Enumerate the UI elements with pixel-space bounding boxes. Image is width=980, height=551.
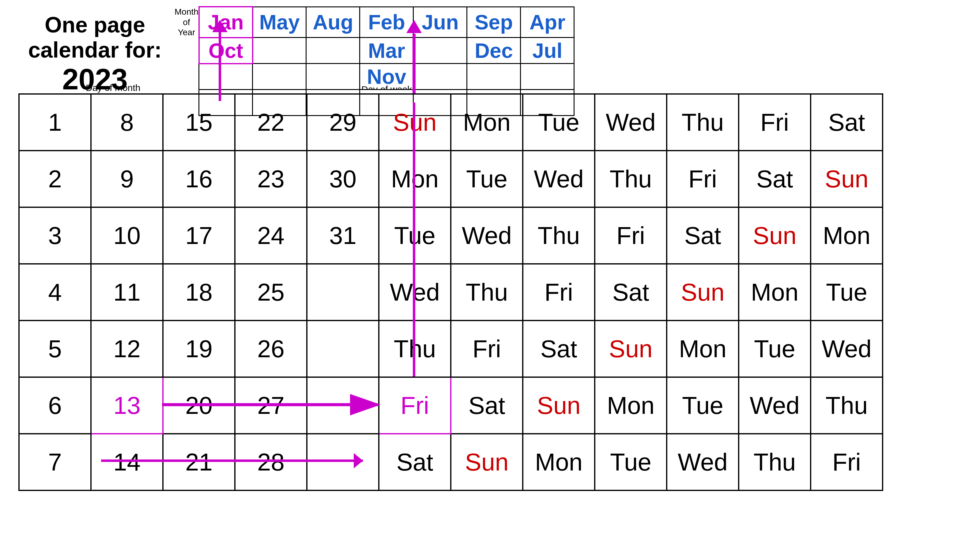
dow-fri-r2: Fri <box>667 151 739 207</box>
dow-tue-r5: Tue <box>739 321 811 377</box>
month-mar: Mar <box>360 38 414 64</box>
date-19: 19 <box>163 321 235 377</box>
date-17: 17 <box>163 207 235 264</box>
dow-wed-r6: Wed <box>739 377 811 434</box>
empty-r2c2 <box>253 38 306 64</box>
dow-mon-r7: Mon <box>523 434 595 491</box>
empty-r3c6 <box>467 64 520 90</box>
col-label-3 <box>175 64 199 90</box>
dow-thu-r6: Thu <box>811 377 883 434</box>
date-13-highlighted: 13 <box>91 377 163 434</box>
title-line1: One page calendar for: <box>18 12 172 62</box>
date-21: 21 <box>163 434 235 491</box>
dow-sun-r3: Sun <box>739 207 811 264</box>
dow-sat-r2: Sat <box>739 151 811 207</box>
date-empty-r6 <box>307 377 379 434</box>
dow-tue-r1: Tue <box>523 94 595 151</box>
dow-mon-r4: Mon <box>739 264 811 321</box>
month-year-label: MonthofYear <box>175 7 199 38</box>
dow-wed-r4: Wed <box>379 264 451 321</box>
date-11: 11 <box>91 264 163 321</box>
empty-r2c5 <box>414 38 467 64</box>
date-8: 8 <box>91 94 163 151</box>
dow-thu-r5: Thu <box>379 321 451 377</box>
dow-thu-r3: Thu <box>523 207 595 264</box>
date-empty-r4 <box>307 264 379 321</box>
date-5: 5 <box>19 321 91 377</box>
dow-fri-r4: Fri <box>523 264 595 321</box>
dow-wed-r5: Wed <box>811 321 883 377</box>
day-of-month-label: Day of month <box>86 83 140 93</box>
month-may: May <box>253 7 306 38</box>
dow-mon-r3: Mon <box>811 207 883 264</box>
date-1: 1 <box>19 94 91 151</box>
col-label-2 <box>175 38 199 64</box>
dow-tue-r3: Tue <box>379 207 451 264</box>
month-oct: Oct <box>199 38 253 64</box>
date-16: 16 <box>163 151 235 207</box>
empty-r3c3 <box>306 64 360 90</box>
month-feb: Feb <box>360 7 414 38</box>
dow-sun-r7: Sun <box>451 434 523 491</box>
month-apr: Apr <box>520 7 574 38</box>
dow-sun-r2: Sun <box>811 151 883 207</box>
dow-sat-r4: Sat <box>595 264 667 321</box>
month-nov: Nov <box>360 64 414 90</box>
empty-r3c2 <box>253 64 306 90</box>
date-14: 14 <box>91 434 163 491</box>
dow-wed-r7: Wed <box>667 434 739 491</box>
month-dec: Dec <box>467 38 520 64</box>
date-7: 7 <box>19 434 91 491</box>
dow-sat-r5: Sat <box>523 321 595 377</box>
table-row: 6 13 20 27 Fri Sat Sun Mon Tue Wed Thu <box>19 377 883 434</box>
empty-r3c7 <box>520 64 574 90</box>
date-26: 26 <box>235 321 307 377</box>
date-10: 10 <box>91 207 163 264</box>
date-29: 29 <box>307 94 379 151</box>
empty-r3c1 <box>199 64 253 90</box>
dow-fri-r5: Fri <box>451 321 523 377</box>
date-31: 31 <box>307 207 379 264</box>
dow-wed-r2: Wed <box>523 151 595 207</box>
dow-sun-r1: Sun <box>379 94 451 151</box>
dow-mon-r2: Mon <box>379 151 451 207</box>
date-2: 2 <box>19 151 91 207</box>
month-sep: Sep <box>467 7 520 38</box>
dow-thu-r2: Thu <box>595 151 667 207</box>
dow-fri-r1: Fri <box>739 94 811 151</box>
main-calendar-table: 1 8 15 22 29 Sun Mon Tue Wed Thu Fri Sat… <box>18 94 883 491</box>
table-row: 2 9 16 23 30 Mon Tue Wed Thu Fri Sat Sun <box>19 151 883 207</box>
table-row: 4 11 18 25 Wed Thu Fri Sat Sun Mon Tue <box>19 264 883 321</box>
date-4: 4 <box>19 264 91 321</box>
dow-sat-r1: Sat <box>811 94 883 151</box>
date-30: 30 <box>307 151 379 207</box>
month-aug: Aug <box>306 7 360 38</box>
date-22: 22 <box>235 94 307 151</box>
date-28: 28 <box>235 434 307 491</box>
table-row: 5 12 19 26 Thu Fri Sat Sun Mon Tue Wed <box>19 321 883 377</box>
dow-fri-r3: Fri <box>595 207 667 264</box>
dow-sun-r6: Sun <box>523 377 595 434</box>
month-jan: Jan <box>199 7 253 38</box>
date-27: 27 <box>235 377 307 434</box>
date-12: 12 <box>91 321 163 377</box>
date-24: 24 <box>235 207 307 264</box>
dow-sun-r5: Sun <box>595 321 667 377</box>
date-empty-r7 <box>307 434 379 491</box>
date-18: 18 <box>163 264 235 321</box>
date-23: 23 <box>235 151 307 207</box>
table-row: 7 14 21 28 Sat Sun Mon Tue Wed Thu Fri <box>19 434 883 491</box>
table-row: 1 8 15 22 29 Sun Mon Tue Wed Thu Fri Sat <box>19 94 883 151</box>
dow-mon-r5: Mon <box>667 321 739 377</box>
date-20: 20 <box>163 377 235 434</box>
dow-thu-r4: Thu <box>451 264 523 321</box>
month-jul: Jul <box>520 38 574 64</box>
date-15: 15 <box>163 94 235 151</box>
date-9: 9 <box>91 151 163 207</box>
dow-tue-r6: Tue <box>667 377 739 434</box>
dow-sat-r7: Sat <box>379 434 451 491</box>
dow-tue-r7: Tue <box>595 434 667 491</box>
dow-mon-r6: Mon <box>595 377 667 434</box>
empty-r3c5 <box>414 64 467 90</box>
dow-fri-r7: Fri <box>811 434 883 491</box>
